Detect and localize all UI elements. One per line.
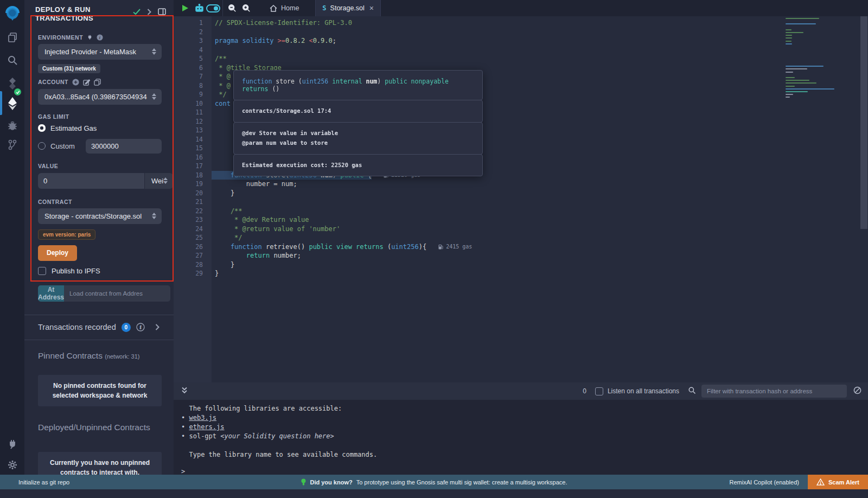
account-copy-icon[interactable] (94, 79, 101, 86)
listen-all-transactions-checkbox[interactable] (595, 387, 603, 395)
account-sign-icon[interactable] (83, 79, 90, 86)
line-content: * @dev Return value (212, 215, 309, 225)
line-number: 17 (174, 162, 212, 171)
search-icon[interactable] (0, 51, 24, 69)
plugin-manager-icon[interactable] (0, 435, 24, 454)
code-line[interactable]: 4 (174, 46, 868, 55)
minimap-line (786, 37, 792, 39)
tooltip-file-location: contracts/Storage.sol 17:4 (242, 106, 474, 116)
transactions-expand-icon[interactable] (155, 324, 159, 330)
at-address-input[interactable] (64, 285, 170, 302)
terminal-line: The following libraries are accessible: (181, 404, 868, 413)
terminal-link[interactable]: ethers.js (189, 423, 224, 431)
code-token: store ( (276, 78, 302, 85)
code-line[interactable]: 5/** (174, 54, 868, 63)
deploy-button[interactable]: Deploy (38, 245, 77, 261)
code-token: 0.8.2 (285, 37, 309, 44)
publish-ipfs-checkbox[interactable] (38, 267, 46, 275)
tab-close-icon[interactable]: × (369, 4, 374, 12)
remix-ai-robot-icon[interactable] (192, 0, 206, 16)
remix-ide-window: DEPLOY & RUN TRANSACTIONS ENVIRONMENT (0, 0, 868, 498)
terminal-collapse-icon[interactable] (181, 386, 188, 396)
transactions-info-icon[interactable]: i (136, 323, 145, 331)
tab-storage-sol[interactable]: S Storage.sol × (315, 0, 381, 16)
environment-select[interactable]: Injected Provider - MetaMask (38, 44, 162, 60)
code-line[interactable]: 28 } (174, 260, 868, 270)
code-token: * @ (215, 73, 231, 80)
value-input[interactable] (38, 173, 144, 189)
code-line[interactable]: 20 } (174, 189, 868, 198)
transaction-filter-input[interactable] (701, 385, 847, 398)
lightbulb-icon (301, 478, 306, 486)
git-icon[interactable] (0, 136, 24, 154)
transactions-count-badge: 0 (122, 323, 131, 332)
run-script-play-icon[interactable] (178, 0, 192, 16)
zoom-out-icon[interactable] (225, 0, 239, 16)
custom-gas-input[interactable] (86, 139, 162, 154)
panel-pin-layout-icon[interactable] (158, 8, 166, 17)
custom-gas-radio[interactable] (38, 142, 46, 150)
terminal-line: Type the library name to see available c… (181, 450, 868, 459)
gas-estimate-badge: 2415 gas (438, 242, 472, 252)
line-number: 9 (174, 90, 212, 99)
code-line[interactable]: 26 function retrieve() public view retur… (174, 242, 868, 252)
code-line[interactable]: 21 (174, 197, 868, 207)
code-token: // SPDX-License-Identifier: GPL-3.0 (215, 19, 352, 27)
divider (222, 0, 223, 16)
code-token: * @dev Return value (215, 216, 309, 224)
line-number: 29 (174, 269, 212, 278)
bottom-strip (0, 489, 868, 498)
file-explorer-icon[interactable] (0, 28, 24, 47)
editor-minimap[interactable] (786, 18, 838, 99)
environment-plug-icon[interactable] (87, 34, 93, 40)
account-select[interactable]: 0xA03...85ac4 (0.398673504934 (38, 89, 162, 105)
code-line[interactable]: 23 * @dev Return value (174, 215, 868, 225)
editor-scrollbar[interactable] (860, 16, 867, 229)
code-token: cont (215, 100, 231, 107)
line-content: // SPDX-License-Identifier: GPL-3.0 (212, 18, 352, 28)
panel-chevron-right-icon[interactable] (147, 8, 151, 17)
debugger-icon[interactable] (0, 116, 24, 135)
code-line[interactable]: 27 return number; (174, 251, 868, 260)
zoom-in-icon[interactable] (239, 0, 253, 16)
code-line[interactable]: 3pragma solidity >=0.8.2 <0.9.0; (174, 36, 868, 46)
deploy-run-icon[interactable] (0, 93, 24, 114)
line-number: 10 (174, 99, 212, 108)
tab-home[interactable]: Home (261, 0, 308, 16)
copilot-status[interactable]: RemixAI Copilot (enabled) (730, 479, 799, 486)
at-address-button[interactable]: At Address (38, 285, 64, 302)
code-line[interactable]: 29} (174, 269, 868, 278)
solidity-compiler-icon[interactable] (0, 74, 24, 94)
account-add-icon[interactable] (72, 79, 79, 86)
code-line[interactable]: 24 * @return value of 'number' (174, 225, 868, 234)
line-number: 20 (174, 189, 212, 198)
line-content: } (212, 260, 234, 270)
terminal-output[interactable]: The following libraries are accessible:•… (174, 400, 868, 475)
line-number: 22 (174, 207, 212, 216)
estimated-gas-radio[interactable] (38, 124, 46, 132)
code-token: * @ (215, 82, 231, 90)
environment-info-icon[interactable]: i (97, 34, 103, 41)
settings-gear-icon[interactable] (0, 456, 24, 474)
value-unit-select[interactable]: Wei (145, 173, 173, 189)
terminal-line (181, 441, 868, 450)
minimap-line (786, 18, 819, 19)
code-line[interactable]: 22 /** (174, 207, 868, 216)
terminal-link[interactable]: web3.js (189, 414, 216, 422)
clear-terminal-icon[interactable] (853, 386, 861, 397)
code-line[interactable]: 1// SPDX-License-Identifier: GPL-3.0 (174, 18, 868, 28)
scam-alert-button[interactable]: Scam Alert (808, 475, 868, 489)
estimated-gas-option[interactable]: Estimated Gas (38, 124, 162, 132)
code-line[interactable]: 25 */ (174, 233, 868, 242)
git-init-status[interactable]: Initialize as git repo (0, 479, 69, 486)
copilot-toggle[interactable] (206, 0, 220, 16)
remix-ai-logo-icon[interactable] (0, 3, 24, 24)
custom-gas-option: Custom (38, 139, 162, 154)
terminal-line: • web3.js (181, 413, 868, 423)
select-stepper-icon (152, 93, 156, 100)
code-line[interactable]: 19 number = num; (174, 180, 868, 189)
code-token: return (215, 252, 273, 259)
code-line[interactable]: 2 (174, 28, 868, 37)
code-editor[interactable]: 1// SPDX-License-Identifier: GPL-3.023pr… (174, 16, 868, 382)
contract-select[interactable]: Storage - contracts/Storage.sol (38, 208, 162, 224)
